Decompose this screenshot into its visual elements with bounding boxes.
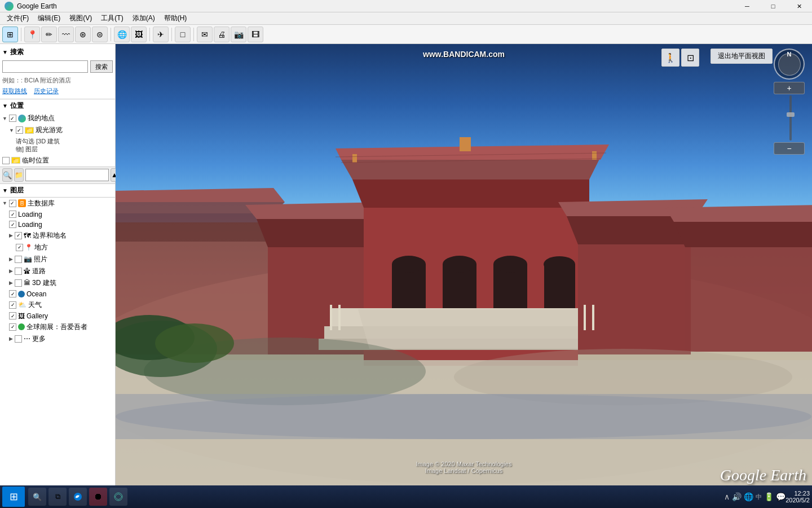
weather-checkbox[interactable]: [9, 301, 16, 309]
toolbar-btn-add-placemark[interactable]: 📍: [24, 27, 40, 42]
toolbar-btn-flight[interactable]: ✈: [153, 27, 169, 42]
tree-item-tourism[interactable]: ▼ 📁 观光游览: [7, 124, 115, 136]
layer-main-db[interactable]: ▼ 🗄 主数据库: [0, 198, 115, 209]
person-icon-btn[interactable]: 🚶: [661, 49, 679, 67]
compass-ring[interactable]: N: [774, 49, 805, 80]
toolbar-btn-photo[interactable]: 📷: [231, 27, 246, 42]
nav-toolbar: 🔍 📁 ▲ ▼: [0, 167, 115, 184]
toolbar-btn-sky[interactable]: 🖼: [131, 27, 147, 42]
menu-tools[interactable]: 工具(T): [96, 12, 127, 24]
tree-item-myplaces[interactable]: ▼ 我的地点: [0, 112, 115, 124]
menu-add[interactable]: 添加(A): [128, 12, 160, 24]
ocean-checkbox[interactable]: [9, 290, 16, 297]
db-checkbox[interactable]: [9, 200, 16, 207]
toolbar-btn-film[interactable]: 🎞: [248, 27, 263, 42]
taskbar-time[interactable]: 12:23 2020/5/2: [785, 490, 810, 503]
taskbar-volume-icon[interactable]: 🔊: [732, 492, 742, 501]
layer-3d-buildings[interactable]: ▶ 🏛 3D 建筑: [7, 277, 115, 289]
toolbar-sep-1: [21, 28, 21, 41]
loading1-checkbox[interactable]: [9, 211, 16, 218]
layer-gallery[interactable]: 🖼 Gallery: [7, 311, 115, 321]
layer-borders[interactable]: ▶ 🗺 边界和地名: [7, 230, 115, 242]
buildings-checkbox[interactable]: [15, 279, 22, 287]
tree-item-temp[interactable]: 📁 临时位置: [0, 155, 115, 167]
temp-checkbox[interactable]: [2, 157, 10, 164]
layer-more[interactable]: ▶ ⋯ 更多: [7, 333, 115, 345]
taskbar-battery-icon[interactable]: 🔋: [764, 492, 774, 501]
get-directions-link[interactable]: 获取路线: [2, 87, 27, 95]
search-arrow-icon: ▼: [2, 49, 8, 55]
more-checkbox[interactable]: [15, 335, 22, 343]
roads-checkbox[interactable]: [15, 268, 22, 275]
layers-header[interactable]: ▼ 图层: [0, 184, 115, 198]
toolbar-btn-print[interactable]: 🖨: [214, 27, 230, 42]
loading2-checkbox[interactable]: [9, 221, 16, 228]
taskbar-action-center-icon[interactable]: 💬: [776, 492, 785, 501]
layer-roads[interactable]: ▶ 🛣 道路: [7, 265, 115, 277]
taskbar-maps-btn[interactable]: [109, 488, 127, 506]
menu-edit[interactable]: 编辑(E): [33, 12, 65, 24]
photos-checkbox[interactable]: [15, 256, 22, 263]
app-title: Google Earth: [17, 2, 807, 10]
search-button[interactable]: 搜索: [90, 60, 113, 73]
minimize-button[interactable]: ─: [734, 0, 760, 12]
toolbar-btn-rect[interactable]: □: [175, 27, 191, 42]
toolbar-btn-grid[interactable]: ⊞: [2, 27, 18, 42]
layer-places[interactable]: 📍 地方: [14, 242, 115, 253]
layer-photos[interactable]: ▶ 📷 照片: [7, 253, 115, 265]
history-link[interactable]: 历史记录: [34, 87, 59, 95]
svg-marker-31: [674, 219, 812, 247]
places-header[interactable]: ▼ 位置: [0, 99, 115, 112]
toolbar-sep-2: [111, 28, 111, 41]
toolbar-btn-overlay[interactable]: ⊛: [75, 27, 91, 42]
menu-help[interactable]: 帮助(H): [160, 12, 192, 24]
places-nav-input[interactable]: [25, 169, 109, 181]
taskbar-keyboard-icon[interactable]: 中: [756, 493, 762, 501]
toolbar-btn-email[interactable]: ✉: [197, 27, 213, 42]
borders-expand-icon: ▶: [9, 233, 13, 238]
roads-label: 道路: [32, 266, 46, 276]
myplaces-checkbox[interactable]: [9, 115, 16, 122]
exit-flat-view-button[interactable]: 退出地平面视图: [710, 49, 773, 64]
close-button[interactable]: ✕: [786, 0, 812, 12]
layer-loading-2[interactable]: Loading: [7, 220, 115, 230]
temp-folder-icon: 📁: [11, 157, 20, 164]
taskbar-search-btn[interactable]: 🔍: [28, 488, 46, 506]
toolbar-btn-add-polygon[interactable]: ✏: [41, 27, 57, 42]
title-bar: Google Earth ─ □ ✕: [0, 0, 812, 12]
places-folder-btn[interactable]: 📁: [14, 168, 24, 182]
places-search-btn[interactable]: 🔍: [2, 168, 12, 182]
taskbar-record-btn[interactable]: ⏺: [89, 488, 107, 506]
maximize-button[interactable]: □: [760, 0, 786, 12]
taskbar-task-view-btn[interactable]: ⧉: [48, 488, 67, 506]
layer-global[interactable]: 全球闹展：吾爱吾者: [7, 321, 115, 333]
gallery-checkbox[interactable]: [9, 312, 16, 319]
svg-point-16: [392, 256, 426, 273]
global-checkbox[interactable]: [9, 323, 16, 331]
tourism-checkbox[interactable]: [16, 126, 23, 134]
toolbar-btn-earth[interactable]: 🌐: [114, 27, 130, 42]
menu-view[interactable]: 视图(V): [65, 12, 96, 24]
search-header[interactable]: ▼ 搜索: [2, 46, 113, 58]
taskbar-up-arrow-icon[interactable]: ∧: [724, 492, 730, 501]
zoom-handle[interactable]: [787, 112, 795, 117]
layer-loading-1[interactable]: Loading: [7, 209, 115, 220]
toolbar-btn-tour[interactable]: ⊜: [92, 27, 108, 42]
taskbar-network-icon[interactable]: 🌐: [744, 492, 753, 501]
square-view-btn[interactable]: ⊡: [681, 49, 699, 67]
layer-weather[interactable]: ⛅ 天气: [7, 299, 115, 311]
places-layer-checkbox[interactable]: [16, 244, 23, 251]
myplaces-label: 我的地点: [28, 113, 55, 123]
loading2-label: Loading: [18, 221, 42, 229]
layer-ocean[interactable]: Ocean: [7, 289, 115, 299]
borders-checkbox[interactable]: [15, 232, 22, 239]
search-input[interactable]: [2, 60, 88, 73]
zoom-in-btn[interactable]: +: [774, 82, 805, 94]
zoom-track: [789, 95, 792, 141]
start-button[interactable]: ⊞: [2, 487, 25, 507]
toolbar-btn-path[interactable]: 〰: [58, 27, 74, 42]
menu-file[interactable]: 文件(F): [2, 12, 33, 24]
map-area[interactable]: www.BANDICAM.com: [116, 44, 812, 490]
zoom-out-btn[interactable]: −: [774, 142, 805, 155]
taskbar-edge-btn[interactable]: [69, 488, 87, 506]
